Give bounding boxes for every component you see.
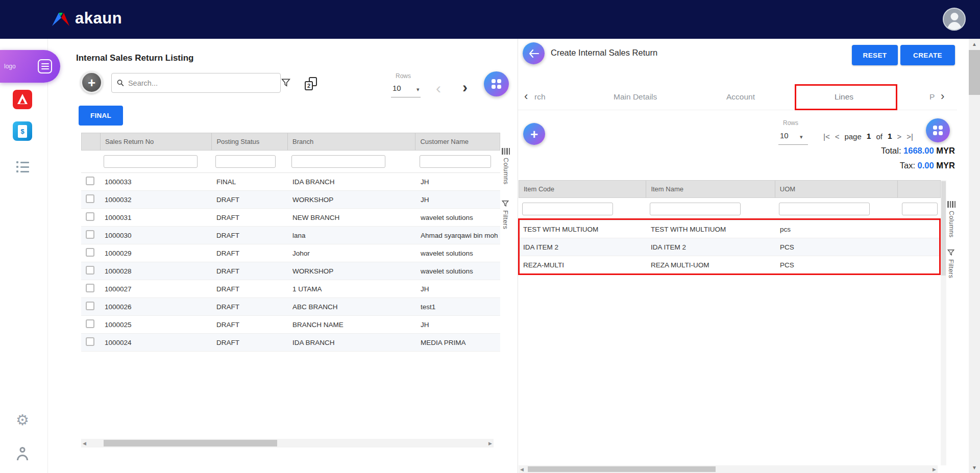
- row-checkbox[interactable]: [86, 212, 94, 221]
- lines-filters-toggle[interactable]: Filters: [947, 249, 954, 279]
- lines-columns-toggle[interactable]: Columns: [947, 201, 955, 238]
- header-posting-status[interactable]: Posting Status: [212, 133, 288, 150]
- listing-filters-toggle[interactable]: Filters: [502, 200, 509, 230]
- scroll-down-icon[interactable]: ▼: [972, 465, 977, 470]
- sidebar-item-pdf[interactable]: [12, 89, 33, 110]
- header-branch[interactable]: Branch: [288, 133, 415, 150]
- listing-title: Internal Sales Return Listing: [76, 53, 194, 63]
- scroll-left-icon[interactable]: ◀: [520, 467, 524, 472]
- sidebar-item-invoice[interactable]: $: [12, 120, 33, 142]
- filter-customer-name[interactable]: [420, 155, 491, 168]
- rows-per-page-select[interactable]: 10: [780, 131, 789, 140]
- table-row[interactable]: 1000028 DRAFT WORKSHOP wavelet solutions: [81, 262, 500, 280]
- cell-branch: WORKSHOP: [288, 267, 416, 275]
- reset-button[interactable]: RESET: [852, 45, 898, 65]
- table-row[interactable]: 1000024 DRAFT IDA BRANCH MEDIA PRIMA: [81, 334, 500, 352]
- filter-item-name[interactable]: [650, 203, 741, 215]
- row-checkbox[interactable]: [86, 230, 94, 239]
- chevron-down-icon[interactable]: ▾: [800, 134, 803, 140]
- table-row[interactable]: 1000029 DRAFT Johor wavelet solutions: [81, 244, 500, 262]
- header-item-code[interactable]: Item Code: [519, 181, 646, 197]
- plus-icon: +: [88, 76, 95, 89]
- filter-sales-return-no[interactable]: [104, 155, 198, 168]
- header-customer-name[interactable]: Customer Name: [415, 133, 500, 150]
- lines-horizontal-scrollbar[interactable]: ◀ ▶: [519, 465, 938, 473]
- tab-lines[interactable]: Lines: [835, 92, 853, 102]
- user-avatar[interactable]: [943, 8, 966, 31]
- scroll-up-icon[interactable]: ▲: [972, 41, 977, 47]
- create-button[interactable]: CREATE: [900, 45, 955, 65]
- final-filter-chip[interactable]: FINAL: [79, 106, 123, 126]
- tab-search-partial[interactable]: rch: [534, 92, 546, 102]
- sidebar-logo-button[interactable]: logo: [0, 50, 60, 83]
- search-input[interactable]: [128, 79, 275, 87]
- table-row[interactable]: 1000025 DRAFT BRANCH NAME JH: [81, 316, 500, 334]
- header-item-name[interactable]: Item Name: [646, 181, 775, 197]
- scroll-right-icon[interactable]: ▶: [488, 441, 492, 446]
- prev-page-button[interactable]: <: [835, 132, 840, 141]
- duplicate-view-button[interactable]: 2: [305, 77, 317, 90]
- line-item-row[interactable]: REZA-MULTI REZA MULTI-UOM PCS: [519, 256, 941, 274]
- header-uom[interactable]: UOM: [775, 181, 898, 197]
- scrollbar-thumb[interactable]: [104, 440, 277, 446]
- table-filter-row: [519, 198, 941, 220]
- table-row[interactable]: 1000026 DRAFT ABC BRANCH test1: [81, 298, 500, 316]
- table-row[interactable]: 1000033 FINAL IDA BRANCH JH: [81, 173, 500, 191]
- row-checkbox[interactable]: [86, 319, 94, 328]
- next-page-button[interactable]: ›: [462, 80, 468, 95]
- tab-main-details[interactable]: Main Details: [614, 92, 657, 102]
- tabs-scroll-right-icon[interactable]: ›: [941, 90, 944, 103]
- scroll-right-icon[interactable]: ▶: [933, 467, 936, 472]
- row-checkbox[interactable]: [86, 194, 94, 203]
- next-page-button[interactable]: >: [897, 132, 902, 141]
- tabs-scroll-left-icon[interactable]: ‹: [524, 90, 528, 103]
- listing-horizontal-scrollbar[interactable]: ◀ ▶: [81, 439, 494, 447]
- chevron-down-icon[interactable]: ▾: [416, 86, 420, 93]
- sidebar-item-profile[interactable]: [12, 443, 33, 464]
- filter-item-code[interactable]: [522, 203, 613, 215]
- add-sales-return-button[interactable]: +: [81, 71, 103, 93]
- filter-uom[interactable]: [779, 203, 870, 215]
- line-item-row[interactable]: TEST WITH MULTIUOM TEST WITH MULTIUOM pc…: [519, 220, 941, 238]
- row-checkbox[interactable]: [86, 302, 94, 310]
- row-checkbox[interactable]: [86, 266, 94, 275]
- listing-columns-toggle[interactable]: Columns: [502, 148, 510, 185]
- first-page-button[interactable]: |<: [823, 132, 830, 141]
- grid-view-button[interactable]: [926, 118, 950, 142]
- page-vertical-scrollbar[interactable]: ▲ ▼: [969, 39, 980, 473]
- table-row[interactable]: 1000030 DRAFT lana Ahmad syarqawi bin mo…: [81, 227, 500, 244]
- cell-sales-return-no: 1000024: [100, 339, 212, 346]
- last-page-button[interactable]: >|: [906, 132, 913, 141]
- rows-per-page-select[interactable]: 10: [393, 84, 401, 92]
- tab-account[interactable]: Account: [726, 92, 755, 102]
- tab-posting-partial[interactable]: P: [929, 92, 935, 102]
- sidebar-item-listing[interactable]: [12, 156, 33, 178]
- table-row[interactable]: 1000032 DRAFT WORKSHOP JH: [81, 191, 500, 209]
- row-checkbox[interactable]: [86, 337, 94, 346]
- add-line-button[interactable]: +: [523, 123, 545, 145]
- grid-view-button[interactable]: [484, 71, 509, 96]
- table-row[interactable]: 1000031 DRAFT NEW BRANCH wavelet solutio…: [81, 209, 500, 227]
- filter-branch[interactable]: [291, 155, 385, 168]
- lines-vertical-scrollbar[interactable]: [941, 180, 946, 465]
- header-sales-return-no[interactable]: Sales Return No: [101, 133, 212, 150]
- scroll-left-icon[interactable]: ◀: [83, 441, 86, 446]
- scrollbar-thumb[interactable]: [528, 466, 716, 472]
- listing-filter-button[interactable]: [281, 78, 291, 88]
- prev-page-button[interactable]: ‹: [436, 81, 441, 96]
- columns-icon: [947, 201, 955, 208]
- filter-partial-col[interactable]: [902, 203, 938, 215]
- sidebar-item-settings[interactable]: ⚙: [12, 409, 33, 431]
- cell-item-name: IDA ITEM 2: [646, 243, 775, 251]
- funnel-icon: [281, 78, 290, 87]
- back-button[interactable]: [523, 42, 545, 64]
- brand[interactable]: akaun: [52, 9, 122, 28]
- line-item-row[interactable]: IDA ITEM 2 IDA ITEM 2 PCS: [519, 238, 941, 256]
- row-checkbox[interactable]: [86, 177, 94, 185]
- row-checkbox[interactable]: [86, 284, 94, 292]
- scrollbar-thumb[interactable]: [941, 181, 946, 276]
- row-checkbox[interactable]: [86, 248, 94, 257]
- scrollbar-thumb[interactable]: [969, 50, 980, 95]
- filter-posting-status[interactable]: [215, 155, 276, 168]
- table-row[interactable]: 1000027 DRAFT 1 UTAMA JH: [81, 280, 500, 298]
